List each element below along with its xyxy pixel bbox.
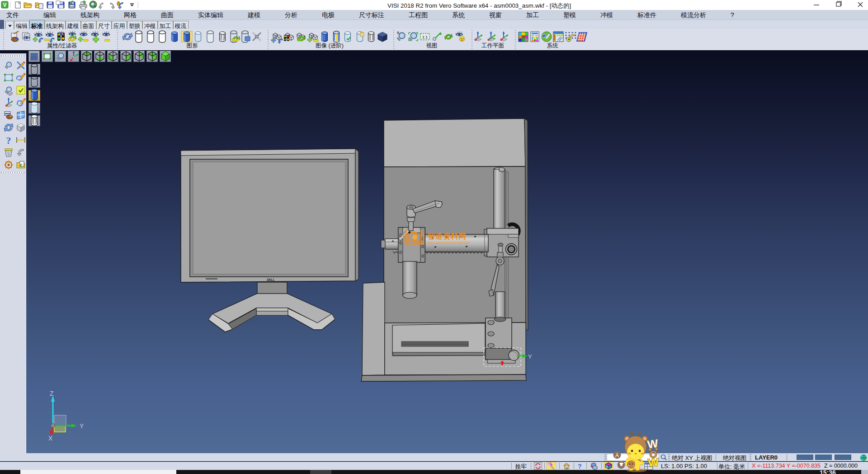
svg-text:DELL: DELL — [267, 278, 275, 281]
svg-text:INTELLIGENT MANUFACTURING DATA: INTELLIGENT MANUFACTURING DATA — [428, 242, 470, 244]
svg-text:Z: Z — [50, 390, 54, 397]
svg-text:?: ? — [6, 135, 11, 146]
svg-text:1:1: 1:1 — [422, 35, 428, 39]
svg-text:id: id — [566, 467, 568, 469]
svg-text:Y: Y — [80, 422, 84, 430]
svg-text:A: A — [615, 452, 619, 459]
svg-text:智造资料网: 智造资料网 — [427, 232, 466, 240]
svg-text:Y: Y — [528, 353, 532, 360]
svg-text:X: X — [48, 435, 53, 442]
svg-text:±: ± — [397, 30, 399, 35]
svg-text:V: V — [3, 2, 6, 8]
svg-text:W: W — [647, 455, 659, 469]
